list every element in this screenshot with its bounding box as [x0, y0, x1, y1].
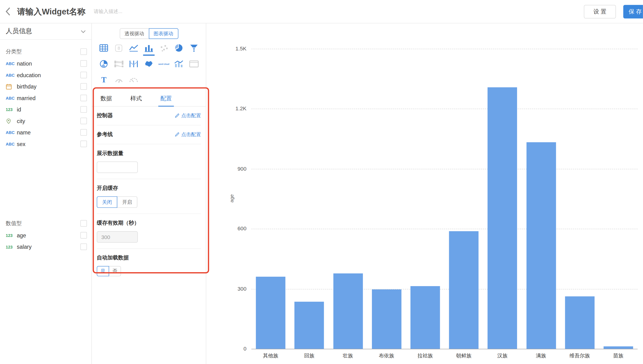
- checkbox[interactable]: [80, 60, 87, 67]
- checkbox[interactable]: [80, 48, 87, 55]
- string-type-badge: ABC: [6, 130, 17, 135]
- controller-configure-link[interactable]: 点击配置: [175, 112, 201, 119]
- save-button[interactable]: 保 存: [623, 5, 643, 18]
- dataset-header[interactable]: 人员信息: [0, 24, 92, 40]
- reference-line-label: 参考线: [97, 131, 113, 138]
- chart-type-sankey-icon[interactable]: [113, 59, 125, 69]
- configure-link-label: 点击配置: [181, 131, 201, 138]
- checkbox[interactable]: [80, 220, 87, 227]
- chart-type-bar-icon[interactable]: [143, 42, 155, 53]
- field-item-birthday[interactable]: birthday: [0, 81, 92, 92]
- field-section-header: 数值型: [0, 217, 92, 230]
- tab-data[interactable]: 数据: [98, 91, 114, 106]
- chart-type-dial-icon[interactable]: [128, 74, 140, 85]
- location-pin-icon: [6, 118, 17, 124]
- x-tick-label: 其他族: [252, 353, 290, 360]
- cache-ttl-label: 缓存有效期（秒）: [97, 220, 201, 227]
- chart-type-pie-icon[interactable]: [172, 42, 185, 53]
- chart-type-funnel-icon[interactable]: [188, 42, 200, 53]
- field-item-nation[interactable]: ABCnation: [0, 58, 92, 69]
- cache-ttl-input[interactable]: [97, 231, 138, 242]
- back-button[interactable]: [0, 6, 17, 17]
- cache-on-button[interactable]: 开启: [117, 196, 138, 208]
- chart-drive-button[interactable]: 图表驱动: [149, 28, 178, 39]
- field-item-id[interactable]: 123id: [0, 104, 92, 115]
- x-tick-label: 拉祜族: [406, 353, 444, 360]
- checkbox[interactable]: [80, 118, 87, 124]
- checkbox[interactable]: [80, 72, 87, 78]
- string-type-badge: ABC: [6, 142, 17, 146]
- autoload-yes-button[interactable]: 是: [97, 266, 109, 276]
- checkbox[interactable]: [80, 244, 87, 250]
- y-tick-label: 0: [218, 346, 246, 352]
- field-item-education[interactable]: ABCeducation: [0, 69, 92, 81]
- field-item-age[interactable]: 123age: [0, 230, 92, 241]
- chart-type-parallel-icon[interactable]: [128, 59, 140, 69]
- widget-description-input[interactable]: 请输入描述...: [94, 8, 122, 15]
- string-type-badge: ABC: [6, 73, 17, 77]
- checkbox[interactable]: [80, 106, 87, 113]
- cache-off-button[interactable]: 关闭: [97, 196, 118, 208]
- chart-type-scorecard-icon[interactable]: 8: [113, 42, 125, 53]
- pivot-drive-button[interactable]: 透视驱动: [120, 28, 149, 39]
- x-tick-label: 回族: [290, 353, 328, 360]
- field-item-name[interactable]: ABCname: [0, 126, 92, 138]
- chart-type-iframe-icon[interactable]: [188, 59, 200, 69]
- field-item-sex[interactable]: ABCsex: [0, 138, 92, 150]
- fields-sidebar: 人员信息 分类型ABCnationABCeducationbirthdayABC…: [0, 24, 92, 364]
- chart-type-map-icon[interactable]: [143, 59, 155, 69]
- field-label: nation: [17, 60, 32, 66]
- display-count-input[interactable]: [97, 162, 138, 173]
- chart-type-scatter-icon[interactable]: [158, 42, 170, 53]
- gridline: [252, 109, 638, 109]
- reference-line-row: 参考线 点击配置: [97, 126, 201, 144]
- widget-title-input[interactable]: 请输入Widget名称: [17, 6, 86, 17]
- chart-type-radar-icon[interactable]: [98, 59, 110, 69]
- field-section-header: 分类型: [0, 46, 92, 58]
- field-item-married[interactable]: ABCmarried: [0, 92, 92, 104]
- y-tick-label: 600: [218, 226, 246, 232]
- gridline: [252, 289, 638, 289]
- bar: [526, 142, 556, 349]
- reference-line-configure-link[interactable]: 点击配置: [175, 131, 201, 138]
- checkbox[interactable]: [80, 83, 87, 90]
- y-tick-label: 900: [218, 166, 246, 172]
- chart-type-text-icon[interactable]: T: [98, 74, 110, 85]
- x-tick-label: 苗族: [599, 353, 638, 360]
- field-section: 分类型ABCnationABCeducationbirthdayABCmarri…: [0, 46, 92, 150]
- x-tick-label: 朝鲜族: [444, 353, 483, 360]
- string-type-badge: ABC: [6, 61, 17, 66]
- chart-type-wordcloud-icon[interactable]: word cloud: [158, 59, 170, 69]
- field-item-salary[interactable]: 123salary: [0, 241, 92, 252]
- settings-button[interactable]: 设 置: [584, 5, 616, 18]
- tab-style[interactable]: 样式: [128, 91, 144, 106]
- x-tick-label: 满族: [522, 353, 560, 360]
- dataset-name: 人员信息: [6, 27, 32, 36]
- checkbox[interactable]: [80, 95, 87, 101]
- numeric-type-badge: 123: [6, 244, 17, 249]
- bar: [449, 231, 479, 349]
- y-axis-title: age: [229, 194, 234, 202]
- checkbox[interactable]: [80, 129, 87, 136]
- chart-type-table-icon[interactable]: [98, 42, 110, 53]
- field-label: city: [17, 118, 25, 124]
- autoload-no-button[interactable]: 否: [109, 266, 121, 276]
- bar: [410, 286, 440, 349]
- field-label: name: [17, 129, 31, 136]
- chart-type-gauge-icon[interactable]: [113, 74, 125, 85]
- field-label: id: [17, 106, 21, 112]
- controller-row: 控制器 点击配置: [97, 106, 201, 126]
- chart-type-combo-icon[interactable]: [172, 59, 185, 69]
- tab-config[interactable]: 配置: [158, 91, 174, 106]
- configure-link-label: 点击配置: [181, 112, 201, 119]
- checkbox[interactable]: [80, 140, 87, 147]
- calendar-icon: [6, 83, 12, 90]
- scorecard-glyph: 8: [115, 44, 122, 51]
- checkbox[interactable]: [80, 232, 87, 238]
- chart-type-line-icon[interactable]: [128, 42, 140, 53]
- x-tick-label: 布依族: [367, 353, 406, 360]
- display-count-label: 展示数据量: [97, 150, 201, 157]
- autoload-toggle: 是 否: [97, 266, 121, 276]
- bar: [565, 296, 595, 349]
- field-item-city[interactable]: city: [0, 115, 92, 126]
